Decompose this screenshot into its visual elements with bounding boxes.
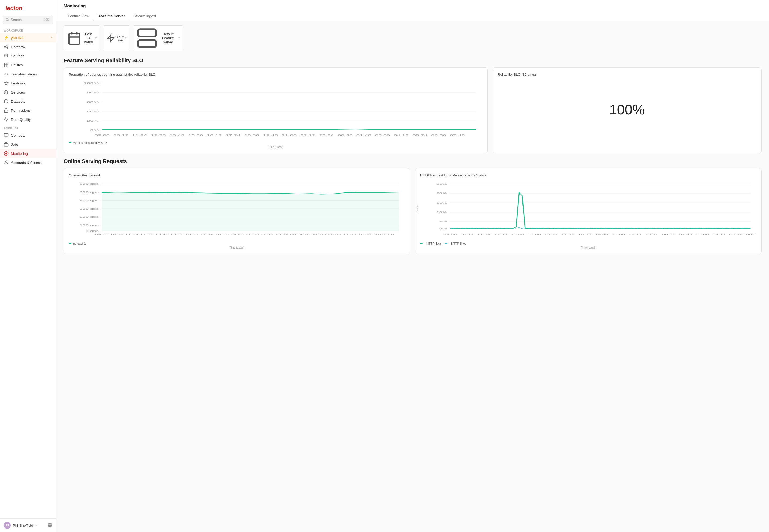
reliability-chart-2-title: Reliability SLO (30 days) (498, 72, 756, 76)
svg-text:06:36: 06:36 (431, 134, 446, 137)
svg-point-3 (7, 45, 8, 46)
qps-x-axis-label: Time (Local) (69, 246, 405, 249)
reliability-chart-1-title: Proportion of queries counting against t… (69, 72, 483, 76)
http-error-chart: HTTP Request Error Percentage by Status … (415, 168, 762, 254)
online-charts: Queries Per Second 600 qps 500 qps (64, 168, 762, 254)
sidebar-item-entities[interactable]: Entities (0, 60, 56, 70)
svg-line-6 (6, 47, 7, 48)
svg-text:17:24: 17:24 (561, 233, 575, 236)
sidebar-item-permissions[interactable]: Permissions (0, 106, 56, 115)
sidebar-item-transformations[interactable]: Transformations (0, 70, 56, 79)
tab-feature-view[interactable]: Feature View (64, 11, 93, 21)
main-content: Monitoring Feature View Realtime Server … (56, 0, 769, 532)
workspace-label: WORKSPACE (0, 26, 56, 33)
svg-text:21:00: 21:00 (245, 233, 259, 236)
sidebar-item-data-quality[interactable]: Data Quality (0, 115, 56, 124)
reliability-chart-1-area: 100% 80% 60% 40% 20% 0% 09:00 10:12 11:2… (69, 80, 483, 139)
sidebar-item-datasets[interactable]: Datasets (0, 97, 56, 106)
workspace-filter-chevron: ▾ (125, 36, 127, 40)
logo-text: tecton (5, 5, 22, 11)
workspace-name: yan-live (11, 36, 24, 40)
svg-rect-14 (4, 133, 8, 136)
time-filter[interactable]: Past 24 hours ▾ (64, 25, 100, 51)
svg-point-0 (6, 18, 8, 21)
svg-text:01:48: 01:48 (679, 233, 693, 236)
svg-text:25%: 25% (436, 182, 447, 185)
svg-rect-17 (4, 143, 8, 146)
svg-rect-27 (138, 29, 156, 37)
sidebar-item-accounts-access[interactable]: Accounts & Access (0, 158, 56, 167)
svg-text:22:12: 22:12 (260, 233, 274, 236)
svg-text:03:00: 03:00 (375, 134, 390, 137)
logo: tecton (0, 0, 56, 16)
sidebar-item-label: Permissions (11, 109, 31, 113)
qps-chart-area: 600 qps 500 qps 400 qps 300 qps 200 qps … (69, 181, 405, 240)
http-error-chart-area: Error % 25% 20% 15% 10% 5 (420, 181, 756, 240)
svg-text:04:12: 04:12 (712, 233, 726, 236)
server-filter-chevron: ▾ (178, 36, 180, 40)
sidebar-item-dataflow[interactable]: Dataflow (0, 42, 56, 51)
sidebar-item-compute[interactable]: Compute (0, 131, 56, 140)
sidebar-item-label: Entities (11, 63, 23, 67)
sidebar-item-services[interactable]: Services (0, 88, 56, 97)
sidebar-item-features[interactable]: Features (0, 79, 56, 88)
svg-text:80%: 80% (87, 91, 99, 94)
sidebar-item-label: Compute (11, 133, 26, 137)
sidebar-item-jobs[interactable]: Jobs (0, 140, 56, 149)
legend-label: % missing reliability SLO (73, 141, 107, 144)
svg-text:16:12: 16:12 (207, 134, 222, 137)
settings-icon[interactable] (48, 523, 52, 528)
svg-text:40%: 40% (87, 110, 99, 113)
svg-rect-10 (4, 65, 6, 67)
svg-rect-28 (138, 40, 156, 47)
tab-realtime-server[interactable]: Realtime Server (93, 11, 129, 21)
svg-text:12:36: 12:36 (140, 233, 154, 236)
tab-stream-ingest[interactable]: Stream Ingest (129, 11, 160, 21)
svg-text:05:24: 05:24 (729, 233, 743, 236)
monitoring-icon (4, 151, 9, 156)
svg-text:19:48: 19:48 (595, 233, 608, 236)
workspace-filter-label: yan-live (117, 34, 124, 42)
svg-text:300 qps: 300 qps (79, 207, 99, 210)
svg-marker-77 (102, 192, 399, 231)
svg-text:23:24: 23:24 (645, 233, 659, 236)
svg-text:23:24: 23:24 (275, 233, 289, 236)
qps-chart-title: Queries Per Second (69, 173, 405, 177)
svg-text:12:36: 12:36 (494, 233, 507, 236)
reliability-title: Feature Serving Reliability SLO (64, 57, 762, 64)
search-label: Search (11, 18, 22, 22)
sidebar-item-workspace[interactable]: ⚡ yan-live › (0, 33, 56, 42)
svg-text:18:36: 18:36 (244, 134, 259, 137)
svg-text:400 qps: 400 qps (79, 199, 99, 202)
svg-text:13:48: 13:48 (511, 233, 524, 236)
user-chevron-icon: ▾ (35, 524, 37, 527)
reliability-chart-1: Proportion of queries counting against t… (64, 67, 488, 153)
svg-text:00:36: 00:36 (662, 233, 676, 236)
svg-text:15:00: 15:00 (528, 233, 541, 236)
sidebar-item-label: Services (11, 90, 25, 94)
user-section[interactable]: PS Phil Sheffield ▾ (0, 519, 56, 532)
svg-text:18:36: 18:36 (578, 233, 591, 236)
reliability-charts: Proportion of queries counting against t… (64, 67, 762, 153)
jobs-icon (4, 142, 9, 147)
svg-point-2 (4, 46, 6, 48)
svg-text:00:36: 00:36 (338, 134, 353, 137)
compute-icon (4, 133, 9, 138)
legend-dot-http5 (445, 243, 447, 244)
workspace-filter[interactable]: yan-live ▾ (103, 25, 130, 51)
sidebar-item-sources[interactable]: Sources (0, 51, 56, 60)
svg-text:15:00: 15:00 (188, 134, 203, 137)
sidebar-item-label: Sources (11, 54, 24, 58)
qps-legend-label: us-east-1 (73, 242, 86, 245)
svg-text:09:00: 09:00 (95, 233, 109, 236)
svg-text:22:12: 22:12 (628, 233, 642, 236)
search-icon (6, 18, 9, 21)
server-filter[interactable]: Default Feature Server ▾ (133, 25, 183, 51)
features-icon (4, 81, 9, 86)
svg-text:09:00: 09:00 (443, 233, 457, 236)
search-bar[interactable]: Search ⌘K (3, 16, 53, 24)
svg-text:03:00: 03:00 (320, 233, 334, 236)
legend-dot-http4 (420, 243, 423, 244)
sidebar-item-monitoring[interactable]: Monitoring (0, 149, 56, 158)
main-header: Monitoring Feature View Realtime Server … (56, 0, 769, 21)
